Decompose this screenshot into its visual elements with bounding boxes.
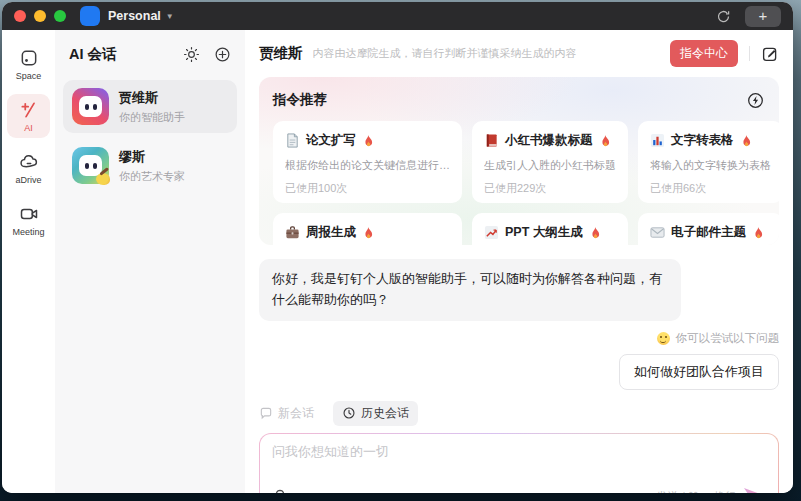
video-camera-icon — [19, 204, 39, 224]
close-window-button[interactable] — [14, 10, 26, 22]
history-label: 历史会话 — [361, 405, 409, 422]
muse-avatar — [72, 147, 109, 184]
chat-main: 贾维斯 内容由达摩院生成，请自行判断并谨慎采纳生成的内容 指令中心 指令推荐 — [245, 30, 793, 493]
sidebar-item-space[interactable]: Space — [7, 42, 50, 86]
lightbulb-icon[interactable] — [272, 488, 288, 493]
new-chat-label: 新会话 — [278, 405, 314, 422]
chat-bubble-icon — [259, 406, 273, 420]
red-book-icon — [484, 133, 499, 148]
hot-fire-icon — [752, 226, 764, 240]
suggestion-card-email-subject[interactable]: 电子邮件主题 — [638, 213, 779, 245]
traffic-lights — [14, 10, 66, 22]
card-title: PPT 大纲生成 — [505, 224, 583, 241]
card-title: 小红书爆款标题 — [505, 132, 593, 149]
workspace-name[interactable]: Personal — [108, 9, 161, 23]
sidebar-item-adrive[interactable]: aDrive — [7, 146, 50, 190]
ai-disclaimer: 内容由达摩院生成，请自行判断并谨慎采纳生成的内容 — [313, 46, 671, 61]
hot-fire-icon — [362, 134, 374, 148]
assistant-message-bubble: 你好，我是钉钉个人版的智能助手，可以随时为你解答各种问题，有什么能帮助你的吗？ — [259, 259, 681, 321]
minimize-window-button[interactable] — [34, 10, 46, 22]
nav-rail: Space AI aDrive Meeting — [2, 30, 55, 493]
suggestion-card-text-to-table[interactable]: 文字转表格 将输入的文字转换为表格 已使用66次 — [638, 121, 779, 203]
sidebar-item-label: Meeting — [12, 227, 44, 237]
card-usage-count: 已使用66次 — [650, 181, 771, 196]
sync-icon[interactable] — [716, 9, 731, 24]
hot-fire-icon — [589, 226, 601, 240]
card-title: 周报生成 — [306, 224, 356, 241]
panel-title: AI 会话 — [69, 45, 169, 64]
conversation-name: 贾维斯 — [119, 89, 185, 107]
conversation-item-muse[interactable]: 缪斯 你的艺术专家 — [63, 139, 237, 192]
lightning-circle-icon[interactable] — [746, 91, 765, 110]
conversation-panel-header: AI 会话 — [55, 32, 245, 76]
card-description: 将输入的文字转换为表格 — [650, 158, 771, 173]
history-clock-icon — [342, 406, 356, 420]
try-hint-text: 你可以尝试以下问题 — [676, 331, 780, 346]
message-input[interactable] — [272, 443, 766, 488]
send-shortcut-hint: ↵ 发送 / ⌘ ↵ 换行 — [644, 489, 736, 493]
chat-title: 贾维斯 — [259, 44, 303, 63]
card-usage-count: 已使用229次 — [484, 181, 616, 196]
conversation-subtitle: 你的艺术专家 — [119, 169, 185, 184]
conversation-subtitle: 你的智能助手 — [119, 110, 185, 125]
conversation-item-jarvis[interactable]: 贾维斯 你的智能助手 — [63, 80, 237, 133]
suggestions-title: 指令推荐 — [273, 91, 327, 109]
sidebar-item-label: Space — [16, 71, 42, 81]
line-chart-icon — [484, 225, 499, 240]
command-center-button[interactable]: 指令中心 — [670, 40, 738, 67]
titlebar: Personal ▼ + — [2, 2, 793, 30]
sidebar-item-ai[interactable]: AI — [7, 94, 50, 138]
zoom-window-button[interactable] — [54, 10, 66, 22]
card-description: 生成引人入胜的小红书标题 — [484, 158, 616, 173]
session-toolbar: 新会话 历史会话 — [259, 401, 779, 426]
palette-icon — [96, 173, 110, 185]
card-title: 电子邮件主题 — [671, 224, 746, 241]
cloud-drive-icon — [19, 152, 39, 172]
new-window-button[interactable]: + — [745, 6, 781, 27]
sidebar-item-meeting[interactable]: Meeting — [7, 198, 50, 242]
history-button[interactable]: 历史会话 — [333, 401, 418, 426]
ai-magic-icon — [19, 100, 39, 120]
conversation-name: 缪斯 — [119, 148, 185, 166]
hot-fire-icon — [740, 134, 752, 148]
smiley-icon — [657, 332, 670, 345]
suggested-question-button[interactable]: 如何做好团队合作项目 — [619, 354, 779, 390]
suggestion-cards: 论文扩写 根据你给出的论文关键信息进行… 已使用100次 — [273, 121, 765, 245]
conversation-panel: AI 会话 贾维斯 你的智能助手 — [55, 30, 245, 493]
jarvis-avatar — [72, 88, 109, 125]
try-hint-row: 你可以尝试以下问题 — [259, 331, 779, 346]
suggestion-card-ppt-outline[interactable]: PPT 大纲生成 — [472, 213, 628, 245]
new-chat-button[interactable]: 新会话 — [259, 401, 323, 426]
hot-fire-icon — [362, 226, 374, 240]
card-description: 根据你给出的论文关键信息进行… — [285, 158, 450, 173]
envelope-icon — [650, 225, 665, 240]
suggestion-card-weekly-report[interactable]: 周报生成 — [273, 213, 462, 245]
card-title: 文字转表格 — [671, 132, 734, 149]
settings-gear-icon[interactable] — [183, 46, 200, 63]
prompt-suggestions-panel: 指令推荐 论文扩写 — [259, 77, 779, 245]
briefcase-icon — [285, 225, 300, 240]
card-usage-count: 已使用100次 — [285, 181, 450, 196]
composer: ↵ 发送 / ⌘ ↵ 换行 — [259, 433, 779, 493]
card-title: 论文扩写 — [306, 132, 356, 149]
suggestion-card-paper-expand[interactable]: 论文扩写 根据你给出的论文关键信息进行… 已使用100次 — [273, 121, 462, 203]
app-window: Personal ▼ + Space AI — [2, 2, 793, 493]
message-row: 你好，我是钉钉个人版的智能助手，可以随时为你解答各种问题，有什么能帮助你的吗？ — [259, 259, 779, 321]
send-button[interactable] — [744, 488, 766, 493]
sidebar-item-label: aDrive — [15, 175, 41, 185]
sidebar-item-label: AI — [24, 123, 33, 133]
suggestion-card-xiaohongshu-title[interactable]: 小红书爆款标题 生成引人入胜的小红书标题 已使用229次 — [472, 121, 628, 203]
space-icon — [19, 48, 39, 68]
workspace-dropdown-caret-icon[interactable]: ▼ — [166, 12, 174, 21]
app-logo — [80, 6, 100, 26]
compose-edit-icon[interactable] — [761, 45, 779, 63]
document-icon — [285, 133, 300, 148]
chat-header: 贾维斯 内容由达摩院生成，请自行判断并谨慎采纳生成的内容 指令中心 — [259, 30, 779, 77]
hot-fire-icon — [599, 134, 611, 148]
new-conversation-plus-icon[interactable] — [214, 46, 231, 63]
header-divider — [749, 46, 750, 61]
bar-chart-icon — [650, 133, 665, 148]
